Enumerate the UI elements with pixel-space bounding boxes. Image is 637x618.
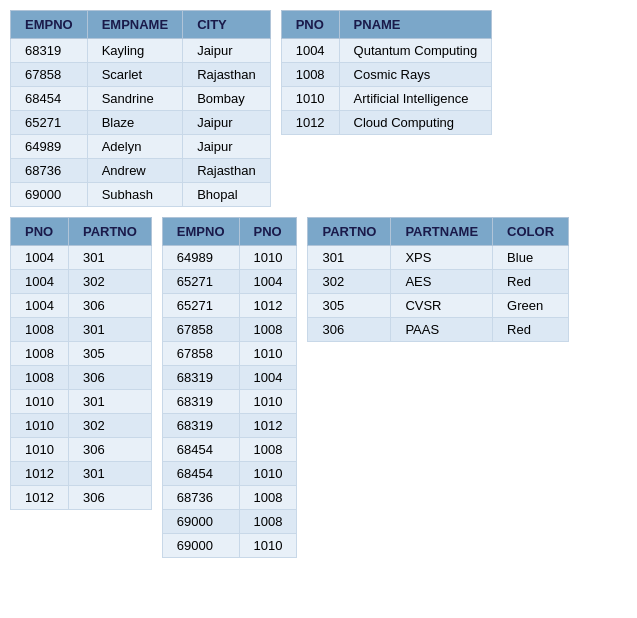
- part-col-partname: PARTNAME: [391, 218, 493, 246]
- table-cell: 1008: [239, 438, 297, 462]
- table-cell: Cloud Computing: [339, 111, 492, 135]
- table-cell: 1008: [239, 318, 297, 342]
- table-cell: Rajasthan: [183, 63, 271, 87]
- table-row: 652711012: [162, 294, 297, 318]
- table-cell: Jaipur: [183, 111, 271, 135]
- proj-table: PNO PNAME 1004Qutantum Computing1008Cosm…: [281, 10, 493, 135]
- table-cell: 65271: [11, 111, 88, 135]
- table-row: 1004306: [11, 294, 152, 318]
- table-cell: 68736: [162, 486, 239, 510]
- table-cell: 1004: [11, 246, 69, 270]
- emp-table: EMPNO EMPNAME CITY 68319KaylingJaipur678…: [10, 10, 271, 207]
- table-cell: 306: [68, 366, 151, 390]
- pp-col-pno: PNO: [11, 218, 69, 246]
- table-cell: 1012: [281, 111, 339, 135]
- table-row: 1012306: [11, 486, 152, 510]
- row-2: PNO PARTNO 10043011004302100430610083011…: [10, 217, 627, 558]
- table-cell: 1004: [11, 294, 69, 318]
- table-cell: 1010: [239, 246, 297, 270]
- table-row: 1008305: [11, 342, 152, 366]
- table-cell: 1012: [11, 462, 69, 486]
- table-cell: Red: [493, 318, 569, 342]
- table-row: 1010306: [11, 438, 152, 462]
- table-cell: 306: [68, 486, 151, 510]
- table-cell: 302: [68, 270, 151, 294]
- table-cell: Qutantum Computing: [339, 39, 492, 63]
- table-cell: 69000: [162, 510, 239, 534]
- table-cell: 305: [68, 342, 151, 366]
- table-row: 1008306: [11, 366, 152, 390]
- table-row: 1012Cloud Computing: [281, 111, 492, 135]
- part-table: PARTNO PARTNAME COLOR 301XPSBlue302AESRe…: [307, 217, 569, 342]
- emp-col-city: CITY: [183, 11, 271, 39]
- table-cell: 1008: [281, 63, 339, 87]
- table-cell: Green: [493, 294, 569, 318]
- table-row: 1012301: [11, 462, 152, 486]
- table-cell: 301: [68, 390, 151, 414]
- table-cell: 305: [308, 294, 391, 318]
- table-cell: Artificial Intelligence: [339, 87, 492, 111]
- table-row: 649891010: [162, 246, 297, 270]
- table-row: 678581008: [162, 318, 297, 342]
- table-row: 68454SandrineBombay: [11, 87, 271, 111]
- table-cell: 301: [308, 246, 391, 270]
- table-cell: 67858: [162, 318, 239, 342]
- table-cell: 301: [68, 462, 151, 486]
- table-cell: 68319: [162, 366, 239, 390]
- table-cell: 1010: [281, 87, 339, 111]
- table-cell: 65271: [162, 270, 239, 294]
- table-cell: 68736: [11, 159, 88, 183]
- table-cell: 1012: [11, 486, 69, 510]
- table-cell: 65271: [162, 294, 239, 318]
- table-row: 1008Cosmic Rays: [281, 63, 492, 87]
- table-cell: Subhash: [87, 183, 182, 207]
- table-cell: 1008: [11, 342, 69, 366]
- table-row: 68736AndrewRajasthan: [11, 159, 271, 183]
- table-cell: 302: [308, 270, 391, 294]
- table-cell: 68454: [162, 438, 239, 462]
- table-cell: 1010: [239, 534, 297, 558]
- table-cell: 69000: [11, 183, 88, 207]
- pno-partno-table: PNO PARTNO 10043011004302100430610083011…: [10, 217, 152, 510]
- table-row: 683191012: [162, 414, 297, 438]
- table-cell: 1004: [281, 39, 339, 63]
- row-1: EMPNO EMPNAME CITY 68319KaylingJaipur678…: [10, 10, 627, 207]
- table-cell: Andrew: [87, 159, 182, 183]
- table-cell: Bhopal: [183, 183, 271, 207]
- table-row: 1008301: [11, 318, 152, 342]
- table-row: 687361008: [162, 486, 297, 510]
- table-cell: Cosmic Rays: [339, 63, 492, 87]
- table-row: 1004302: [11, 270, 152, 294]
- table-row: 1004Qutantum Computing: [281, 39, 492, 63]
- table-cell: 302: [68, 414, 151, 438]
- table-cell: 1010: [239, 342, 297, 366]
- table-cell: 1010: [11, 438, 69, 462]
- table-cell: 69000: [162, 534, 239, 558]
- table-row: 1010301: [11, 390, 152, 414]
- table-cell: Jaipur: [183, 135, 271, 159]
- table-row: 684541010: [162, 462, 297, 486]
- table-cell: 67858: [11, 63, 88, 87]
- ep-col-empno: EMPNO: [162, 218, 239, 246]
- table-row: 1010302: [11, 414, 152, 438]
- table-cell: 306: [308, 318, 391, 342]
- table-row: 302AESRed: [308, 270, 569, 294]
- table-row: 301XPSBlue: [308, 246, 569, 270]
- table-row: 1010Artificial Intelligence: [281, 87, 492, 111]
- table-cell: 1010: [239, 390, 297, 414]
- table-cell: 68319: [162, 414, 239, 438]
- table-cell: Rajasthan: [183, 159, 271, 183]
- table-cell: AES: [391, 270, 493, 294]
- empno-pno-table: EMPNO PNO 649891010652711004652711012678…: [162, 217, 298, 558]
- table-row: 1004301: [11, 246, 152, 270]
- table-cell: Bombay: [183, 87, 271, 111]
- table-row: 684541008: [162, 438, 297, 462]
- table-cell: 301: [68, 246, 151, 270]
- table-row: 305CVSRGreen: [308, 294, 569, 318]
- table-cell: Blaze: [87, 111, 182, 135]
- table-cell: 1008: [11, 318, 69, 342]
- table-cell: 67858: [162, 342, 239, 366]
- proj-col-pno: PNO: [281, 11, 339, 39]
- table-row: 306PAASRed: [308, 318, 569, 342]
- table-cell: PAAS: [391, 318, 493, 342]
